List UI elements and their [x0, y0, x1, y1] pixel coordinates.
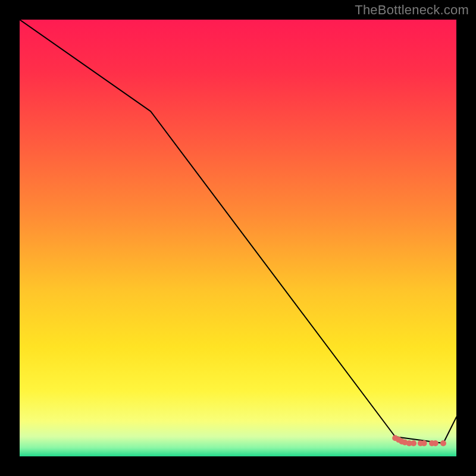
- chart-dot: [421, 440, 427, 446]
- watermark-text: TheBottleneck.com: [355, 2, 469, 18]
- chart-dot: [433, 440, 439, 446]
- chart-stage: TheBottleneck.com: [0, 0, 476, 476]
- chart-background: [20, 20, 456, 456]
- chart-plot-area: [20, 20, 456, 456]
- chart-svg: [20, 20, 456, 456]
- chart-dot: [411, 440, 416, 446]
- chart-dot: [440, 440, 446, 446]
